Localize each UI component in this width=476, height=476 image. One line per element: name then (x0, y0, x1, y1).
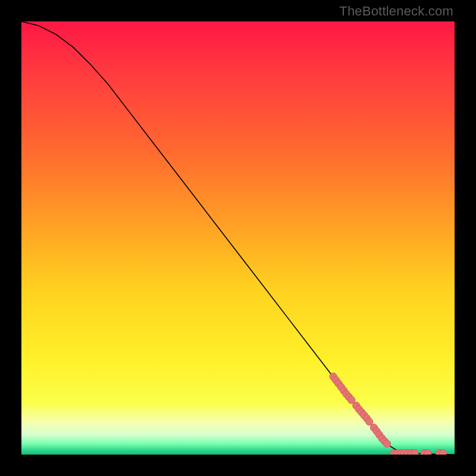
data-marker (365, 418, 372, 425)
data-marker (411, 450, 418, 455)
data-marker (383, 440, 390, 447)
plot-area (21, 21, 455, 455)
curve-layer (21, 21, 455, 455)
main-curve (21, 21, 455, 455)
chart-frame: TheBottleneck.com (0, 0, 476, 476)
data-markers (330, 373, 447, 455)
data-marker (424, 450, 431, 455)
watermark-text: TheBottleneck.com (339, 4, 453, 19)
data-marker (439, 450, 446, 455)
